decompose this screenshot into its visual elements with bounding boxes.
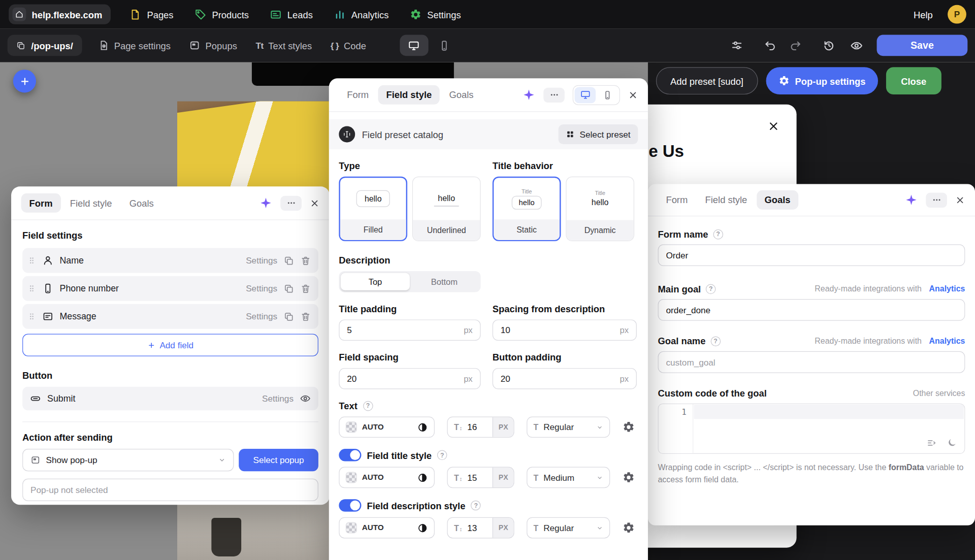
tab-field-style[interactable]: Field style [62,193,120,213]
nav-products[interactable]: Products [194,9,249,20]
title-weight-select[interactable]: T Medium [527,467,610,488]
advanced-settings-icon[interactable] [623,471,635,483]
title-color-control[interactable]: AUTO [339,467,435,488]
site-switcher[interactable]: help.flexbe.com [9,5,111,24]
page-settings-button[interactable]: Page settings [98,40,171,51]
help-icon[interactable] [363,401,373,411]
history-icon[interactable] [823,39,835,51]
help-icon[interactable] [471,501,481,511]
add-block-button[interactable] [13,70,36,92]
type-option-underlined[interactable]: hello Underlined [412,177,481,241]
duplicate-icon[interactable] [283,283,294,294]
close-button[interactable]: Close [886,67,941,94]
segment-top[interactable]: Top [341,273,410,290]
add-preset-button[interactable]: Add preset [sudo] [656,67,758,94]
nav-analytics[interactable]: Analytics [334,9,389,20]
field-settings-link[interactable]: Settings [246,255,277,266]
tab-field-style[interactable]: Field style [378,85,440,105]
field-description-style-toggle[interactable] [339,499,361,511]
layout-settings-icon[interactable] [731,39,743,51]
segment-bottom[interactable]: Bottom [410,273,479,290]
text-styles-button[interactable]: Tt Text styles [256,40,312,51]
select-popup-button[interactable]: Select popup [239,449,318,471]
magic-icon[interactable] [905,193,918,207]
unit-toggle[interactable]: PX [493,518,514,538]
tab-form[interactable]: Form [339,85,377,105]
description-weight-select[interactable]: T Regular [527,517,610,539]
text-color-control[interactable]: AUTO [339,416,435,438]
more-menu-button[interactable] [280,195,302,210]
nav-settings[interactable]: Settings [410,9,461,20]
tab-goals[interactable]: Goals [757,190,799,210]
analytics-link[interactable]: Analytics [929,284,965,293]
trash-icon[interactable] [300,255,311,266]
field-settings-link[interactable]: Settings [246,311,277,321]
field-spacing-input[interactable]: 20 px [339,368,480,389]
help-link[interactable]: Help [914,9,933,20]
button-settings-link[interactable]: Settings [262,393,294,404]
select-preset-button[interactable]: Select preset [559,124,638,144]
theme-icon[interactable] [947,438,957,448]
text-weight-select[interactable]: T Regular [527,416,610,438]
drag-handle-icon[interactable] [27,284,36,293]
drag-handle-icon[interactable] [27,312,36,321]
duplicate-icon[interactable] [283,255,294,266]
save-button[interactable]: Save [877,35,968,56]
desktop-mode-button[interactable] [574,87,596,103]
form-name-input[interactable] [658,244,965,266]
goal-name-input[interactable] [658,351,965,373]
title-size-control[interactable]: T↕ 15 PX [447,467,514,488]
spacing-from-description-input[interactable]: 10 px [493,319,637,341]
preview-eye-icon[interactable] [850,39,863,52]
advanced-settings-icon[interactable] [623,521,635,534]
trash-icon[interactable] [300,311,311,322]
title-behavior-static[interactable]: Title hello Static [493,177,561,241]
field-row-phone[interactable]: Phone number Settings [22,276,318,301]
duplicate-icon[interactable] [283,311,294,322]
format-code-icon[interactable] [926,438,937,448]
description-size-control[interactable]: T↕ 13 PX [447,517,514,539]
close-icon[interactable] [955,195,965,205]
magic-icon[interactable] [523,88,536,102]
field-row-name[interactable]: Name Settings [22,248,318,273]
more-menu-button[interactable] [926,192,947,207]
help-icon[interactable] [713,229,723,239]
close-icon[interactable] [310,198,320,208]
popup-settings-button[interactable]: Pop-up settings [766,67,878,94]
help-icon[interactable] [706,284,716,294]
undo-icon[interactable] [764,39,776,51]
title-behavior-dynamic[interactable]: Title hello Dynamic [566,177,634,241]
help-icon[interactable] [437,450,447,460]
magic-icon[interactable] [259,196,273,210]
more-menu-button[interactable] [543,87,565,102]
custom-code-editor[interactable]: 1 [658,404,965,454]
field-title-style-toggle[interactable] [339,449,361,461]
contrast-icon[interactable] [417,422,428,433]
tab-form[interactable]: Form [21,193,61,213]
unit-toggle[interactable]: PX [493,417,514,437]
description-color-control[interactable]: AUTO [339,517,435,539]
field-row-message[interactable]: Message Settings [22,304,318,329]
page-path-pill[interactable]: /pop-ups/ [8,35,82,56]
unit-toggle[interactable]: PX [493,468,514,487]
tab-goals[interactable]: Goals [121,193,162,213]
text-size-control[interactable]: T↕ 16 PX [447,416,514,438]
contrast-icon[interactable] [417,472,428,483]
popup-close-icon[interactable] [767,120,779,132]
popups-button[interactable]: Popups [189,40,237,51]
submit-button-row[interactable]: Submit Settings [22,387,318,411]
help-icon[interactable] [710,336,721,346]
analytics-link[interactable]: Analytics [929,336,965,345]
add-field-button[interactable]: Add field [22,334,318,356]
type-option-filled[interactable]: hello Filled [339,177,407,241]
nav-leads[interactable]: Leads [270,9,313,20]
nav-pages[interactable]: Pages [129,9,173,20]
trash-icon[interactable] [300,283,311,294]
title-padding-input[interactable]: 5 px [339,319,480,341]
tab-field-style[interactable]: Field style [697,190,756,210]
code-button[interactable]: { } Code [331,40,366,51]
button-padding-input[interactable]: 20 px [493,368,637,389]
mobile-preview-button[interactable] [438,40,450,51]
action-select[interactable]: Show pop-up [22,449,234,471]
redo-icon[interactable] [789,39,801,51]
